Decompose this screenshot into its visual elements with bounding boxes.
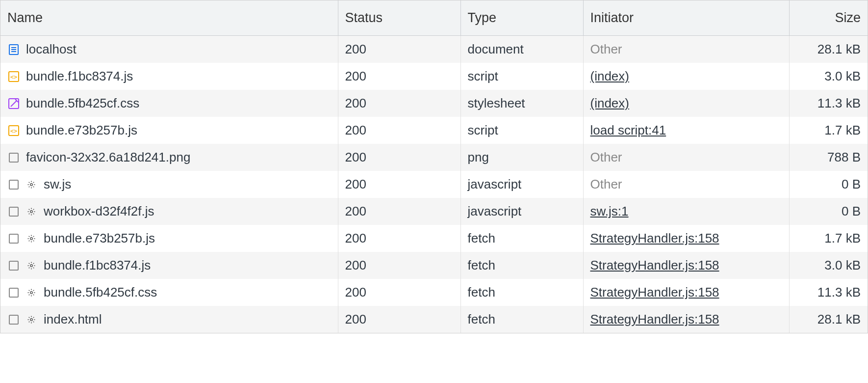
network-row[interactable]: bundle.5fb425cf.css200stylesheet(index)1… xyxy=(0,90,868,117)
initiator-link[interactable]: StrategyHandler.js:158 xyxy=(590,258,719,273)
column-header-size[interactable]: Size xyxy=(789,0,868,36)
blank-file-icon xyxy=(7,232,20,245)
svg-point-17 xyxy=(30,264,33,267)
cell-size: 11.3 kB xyxy=(789,279,868,306)
cell-size: 11.3 kB xyxy=(789,90,868,117)
cell-size: 28.1 kB xyxy=(789,306,868,333)
cell-name[interactable]: bundle.e73b257b.js xyxy=(0,225,338,252)
initiator-link[interactable]: StrategyHandler.js:158 xyxy=(590,231,719,246)
cell-name[interactable]: favicon-32x32.6a18d241.png xyxy=(0,144,338,171)
cell-initiator[interactable]: StrategyHandler.js:158 xyxy=(583,225,789,252)
svg-point-21 xyxy=(30,318,33,321)
cell-status: 200 xyxy=(338,225,460,252)
initiator-link[interactable]: (index) xyxy=(590,96,629,110)
column-header-initiator[interactable]: Initiator xyxy=(583,0,789,36)
cell-size: 3.0 kB xyxy=(789,252,868,279)
svg-point-11 xyxy=(30,183,33,186)
svg-point-15 xyxy=(30,237,33,240)
network-row[interactable]: index.html200fetchStrategyHandler.js:158… xyxy=(0,306,868,333)
request-name: bundle.5fb425cf.css xyxy=(44,285,157,300)
svg-point-19 xyxy=(30,291,33,294)
svg-rect-16 xyxy=(9,261,18,270)
service-worker-gear-icon xyxy=(26,287,37,298)
cell-type: fetch xyxy=(460,306,583,333)
cell-name[interactable]: <>bundle.f1bc8374.js xyxy=(0,63,338,90)
network-header-row: Name Status Type Initiator Size xyxy=(0,0,868,36)
cell-name[interactable]: <>bundle.e73b257b.js xyxy=(0,117,338,144)
cell-status: 200 xyxy=(338,144,460,171)
cell-type: document xyxy=(460,36,583,63)
cell-name[interactable]: bundle.5fb425cf.css xyxy=(0,279,338,306)
network-row[interactable]: <>bundle.f1bc8374.js200script(index)3.0 … xyxy=(0,63,868,90)
css-file-icon xyxy=(7,97,20,110)
cell-name[interactable]: bundle.f1bc8374.js xyxy=(0,252,338,279)
cell-size: 1.7 kB xyxy=(789,117,868,144)
request-name: bundle.f1bc8374.js xyxy=(44,258,151,273)
cell-name[interactable]: workbox-d32f4f2f.js xyxy=(0,198,338,225)
network-row[interactable]: workbox-d32f4f2f.js200javascriptsw.js:10… xyxy=(0,198,868,225)
script-file-icon: <> xyxy=(7,124,20,137)
cell-initiator[interactable]: StrategyHandler.js:158 xyxy=(583,279,789,306)
cell-type: fetch xyxy=(460,279,583,306)
network-row[interactable]: bundle.e73b257b.js200fetchStrategyHandle… xyxy=(0,225,868,252)
svg-rect-12 xyxy=(9,207,18,216)
cell-initiator[interactable]: (index) xyxy=(583,63,789,90)
initiator-link[interactable]: StrategyHandler.js:158 xyxy=(590,312,719,327)
initiator-text: Other xyxy=(590,150,622,164)
cell-name[interactable]: index.html xyxy=(0,306,338,333)
cell-initiator[interactable]: sw.js:1 xyxy=(583,198,789,225)
network-row[interactable]: localhost200documentOther28.1 kB xyxy=(0,36,868,63)
request-name: workbox-d32f4f2f.js xyxy=(44,204,154,219)
column-header-type[interactable]: Type xyxy=(460,0,583,36)
service-worker-gear-icon xyxy=(26,314,37,325)
request-name: bundle.5fb425cf.css xyxy=(26,96,139,111)
network-row[interactable]: favicon-32x32.6a18d241.png200pngOther788… xyxy=(0,144,868,171)
request-name: bundle.e73b257b.js xyxy=(26,123,137,138)
cell-initiator[interactable]: StrategyHandler.js:158 xyxy=(583,306,789,333)
cell-type: script xyxy=(460,117,583,144)
cell-status: 200 xyxy=(338,279,460,306)
cell-type: fetch xyxy=(460,252,583,279)
cell-name[interactable]: sw.js xyxy=(0,171,338,198)
request-name: localhost xyxy=(26,42,77,57)
cell-type: png xyxy=(460,144,583,171)
initiator-link[interactable]: sw.js:1 xyxy=(590,204,629,219)
initiator-link[interactable]: (index) xyxy=(590,69,629,83)
cell-initiator[interactable]: StrategyHandler.js:158 xyxy=(583,252,789,279)
request-name: bundle.e73b257b.js xyxy=(44,231,155,246)
service-worker-gear-icon xyxy=(26,206,37,217)
cell-initiator[interactable]: load script:41 xyxy=(583,117,789,144)
network-row[interactable]: <>bundle.e73b257b.js200scriptload script… xyxy=(0,117,868,144)
blank-file-icon xyxy=(7,205,20,218)
column-header-status[interactable]: Status xyxy=(338,0,460,36)
cell-size: 28.1 kB xyxy=(789,36,868,63)
cell-size: 0 B xyxy=(789,171,868,198)
initiator-text: Other xyxy=(590,42,622,56)
network-row[interactable]: sw.js200javascriptOther0 B xyxy=(0,171,868,198)
cell-initiator: Other xyxy=(583,36,789,63)
cell-name[interactable]: localhost xyxy=(0,36,338,63)
cell-name[interactable]: bundle.5fb425cf.css xyxy=(0,90,338,117)
request-name: sw.js xyxy=(44,177,71,192)
blank-file-icon xyxy=(7,313,20,326)
network-row[interactable]: bundle.f1bc8374.js200fetchStrategyHandle… xyxy=(0,252,868,279)
service-worker-gear-icon xyxy=(26,179,37,190)
network-panel: Name Status Type Initiator Size localhos… xyxy=(0,0,868,333)
cell-status: 200 xyxy=(338,198,460,225)
cell-size: 0 B xyxy=(789,198,868,225)
blank-file-icon xyxy=(7,286,20,299)
document-file-icon xyxy=(7,43,20,56)
cell-status: 200 xyxy=(338,90,460,117)
svg-text:<>: <> xyxy=(10,74,17,81)
network-row[interactable]: bundle.5fb425cf.css200fetchStrategyHandl… xyxy=(0,279,868,306)
cell-status: 200 xyxy=(338,171,460,198)
cell-type: fetch xyxy=(460,225,583,252)
svg-point-13 xyxy=(30,210,33,213)
request-name: bundle.f1bc8374.js xyxy=(26,69,133,84)
cell-type: javascript xyxy=(460,198,583,225)
cell-initiator[interactable]: (index) xyxy=(583,90,789,117)
initiator-link[interactable]: StrategyHandler.js:158 xyxy=(590,285,719,300)
initiator-link[interactable]: load script:41 xyxy=(590,123,666,137)
column-header-name[interactable]: Name xyxy=(0,0,338,36)
cell-status: 200 xyxy=(338,36,460,63)
